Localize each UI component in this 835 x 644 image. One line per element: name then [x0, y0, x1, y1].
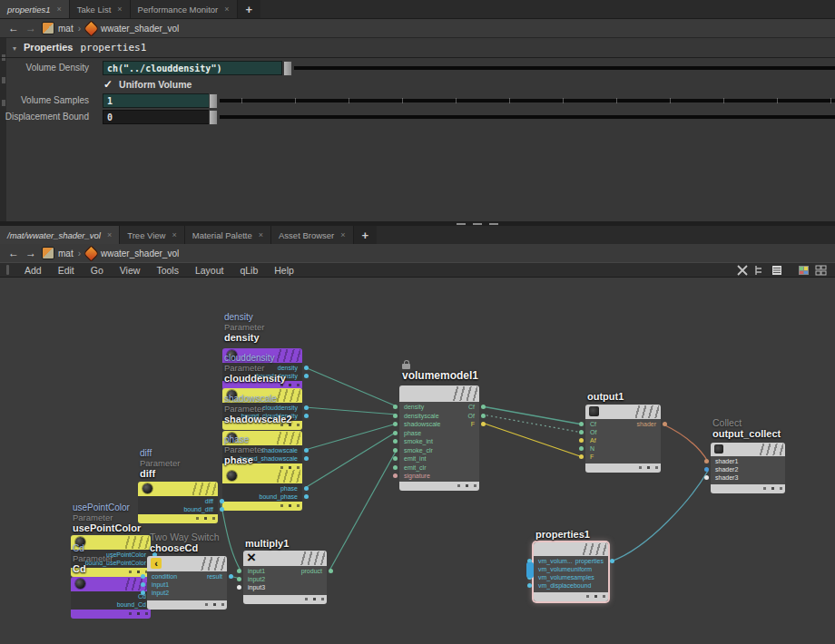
output-port[interactable]	[481, 414, 486, 418]
displacement-bound-input[interactable]	[103, 110, 210, 124]
tab-material-palette[interactable]: Material Palette ×	[185, 226, 271, 244]
input-port[interactable]	[393, 439, 398, 444]
node-cd[interactable]: Cd bound_Cd	[71, 577, 151, 619]
tab-take-list[interactable]: Take List ×	[70, 0, 131, 18]
new-tab-button[interactable]: +	[354, 226, 378, 244]
pane-grid-icon[interactable]	[813, 264, 828, 277]
output-port[interactable]	[304, 494, 309, 499]
input-port[interactable]	[393, 422, 398, 426]
menu-qlib[interactable]: qLib	[231, 265, 266, 276]
tab-properties1[interactable]: properties1 ×	[0, 0, 70, 18]
input-port[interactable]	[237, 577, 241, 581]
input-port[interactable]	[393, 456, 398, 461]
input-port[interactable]	[393, 448, 398, 453]
close-icon[interactable]: ×	[224, 5, 229, 14]
wire-clouddensity[interactable]	[305, 407, 397, 415]
breadcrumb-root[interactable]: mat	[42, 247, 74, 259]
node-choosecd[interactable]: ‹ condition input1 input2 result	[147, 556, 227, 610]
input-port[interactable]	[527, 583, 532, 588]
param-row-uniform-volume[interactable]: ✓ Uniform Volume	[103, 78, 192, 91]
output-port[interactable]	[304, 448, 309, 453]
close-icon[interactable]: ×	[107, 230, 112, 239]
menubar-drag-handle[interactable]	[6, 265, 9, 275]
output-port[interactable]	[220, 499, 224, 503]
slider-track[interactable]	[220, 115, 835, 119]
node-volumemodel1[interactable]: density densityscale shadowscale phase s…	[399, 385, 479, 491]
input-port[interactable]	[579, 454, 584, 459]
slider-track[interactable]	[294, 66, 835, 70]
output-port[interactable]	[663, 422, 667, 426]
output-port[interactable]	[304, 405, 309, 410]
menu-edit[interactable]: Edit	[50, 265, 83, 276]
node-output1[interactable]: Cf Of Af N F shader	[585, 405, 661, 473]
tab-performance-monitor[interactable]: Performance Monitor ×	[131, 0, 238, 18]
input-port[interactable]	[704, 475, 709, 480]
output-port[interactable]	[304, 414, 309, 418]
tab-network-mat[interactable]: /mat/wwater_shader_vol ×	[0, 226, 120, 244]
input-port[interactable]	[579, 430, 584, 434]
menu-help[interactable]: Help	[266, 265, 302, 276]
input-port[interactable]	[579, 446, 584, 451]
node-output-collect[interactable]: shader1 shader2 shader3	[711, 443, 785, 493]
wire-shader[interactable]	[663, 424, 708, 462]
input-port[interactable]	[393, 414, 398, 418]
input-port[interactable]	[704, 467, 709, 472]
input-port[interactable]	[579, 422, 584, 426]
wire-properties[interactable]	[611, 471, 708, 561]
output-port[interactable]	[610, 559, 614, 563]
menu-go[interactable]: Go	[83, 265, 112, 276]
node-flag[interactable]	[526, 562, 534, 578]
back-arrow-icon[interactable]: ←	[7, 22, 20, 34]
node-multiply1[interactable]: × input1 input2 input3 product	[243, 551, 327, 604]
forward-arrow-icon[interactable]: →	[25, 22, 37, 34]
output-port[interactable]	[304, 374, 309, 378]
input-port[interactable]	[393, 405, 398, 409]
close-icon[interactable]: ×	[172, 230, 176, 239]
wire-f[interactable]	[482, 423, 583, 457]
breadcrumb-current[interactable]: wwater_shader_vol	[85, 23, 179, 34]
input-port[interactable]	[141, 574, 145, 579]
output-port[interactable]	[481, 422, 486, 426]
breadcrumb-current[interactable]: wwater_shader_vol	[85, 248, 179, 259]
menu-tools[interactable]: Tools	[148, 265, 187, 276]
palette-icon[interactable]	[796, 264, 810, 277]
list-icon[interactable]	[770, 264, 784, 277]
node-phase[interactable]: phase bound_phase	[222, 469, 302, 511]
menu-layout[interactable]: Layout	[187, 265, 232, 276]
menu-add[interactable]: Add	[16, 265, 50, 276]
slider-handle[interactable]	[209, 110, 218, 125]
checkbox-checked-icon[interactable]: ✓	[103, 78, 113, 91]
output-port[interactable]	[304, 366, 309, 370]
network-editor-canvas[interactable]: density bound_density clouddensity bound…	[0, 278, 835, 644]
back-arrow-icon[interactable]: ←	[7, 247, 20, 259]
breadcrumb-root[interactable]: mat	[42, 22, 74, 34]
close-icon[interactable]: ×	[57, 5, 62, 14]
wire-density[interactable]	[305, 367, 397, 406]
wire-cf[interactable]	[482, 406, 583, 424]
slider-handle[interactable]	[209, 93, 218, 109]
close-icon[interactable]: ×	[259, 230, 263, 239]
menu-view[interactable]: View	[112, 265, 149, 276]
output-port[interactable]	[220, 507, 224, 512]
output-port[interactable]	[304, 456, 309, 461]
node-diff[interactable]: diff bound_diff	[138, 482, 218, 523]
output-port[interactable]	[229, 574, 233, 579]
input-port[interactable]	[393, 431, 398, 435]
input-port[interactable]	[237, 569, 241, 573]
output-port[interactable]	[481, 405, 486, 409]
wire-of[interactable]	[482, 415, 583, 433]
tab-asset-browser[interactable]: Asset Browser ×	[271, 226, 354, 244]
volume-density-input[interactable]	[103, 61, 282, 75]
node-properties1[interactable]: vm_volum... vm_volumeuniform vm_volumesa…	[534, 542, 608, 601]
input-port[interactable]	[704, 459, 709, 463]
new-tab-button[interactable]: +	[238, 0, 261, 18]
forward-arrow-icon[interactable]: →	[25, 247, 37, 259]
wire-shadowscale[interactable]	[305, 424, 397, 450]
input-port[interactable]	[237, 585, 241, 590]
close-icon[interactable]: ×	[117, 5, 122, 14]
close-icon[interactable]: ×	[340, 230, 345, 239]
tree-view-icon[interactable]	[752, 264, 767, 277]
input-port[interactable]	[579, 438, 584, 443]
collapse-icon[interactable]: ▾	[13, 44, 16, 53]
output-port[interactable]	[304, 486, 309, 491]
